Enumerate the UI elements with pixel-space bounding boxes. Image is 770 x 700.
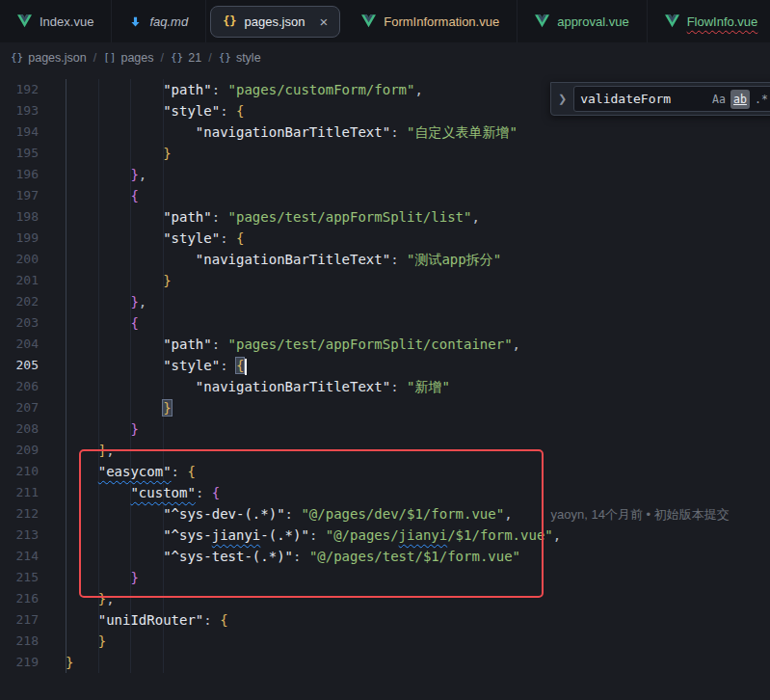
line-content[interactable]: "style": { xyxy=(66,355,770,376)
code-line-203[interactable]: 203 { xyxy=(0,312,770,334)
code-line-208[interactable]: 208 } xyxy=(0,418,770,440)
line-number: 219 xyxy=(0,652,39,673)
code-line-217[interactable]: 217 "uniIdRouter": { xyxy=(0,609,770,631)
tab-pages.json[interactable]: {}pages.json× xyxy=(210,6,340,38)
tab-FlowInfo.vue[interactable]: FlowInfo.vue xyxy=(648,0,770,42)
breadcrumb-separator: / xyxy=(161,51,164,65)
token: "测试app拆分" xyxy=(407,252,501,267)
code-line-194[interactable]: 194 "navigationBarTitleText": "自定义表单新增" xyxy=(0,121,770,143)
token: "@/pages/dev/$1/form.vue" xyxy=(301,506,504,522)
token: "pages/test/appFormSplit/list" xyxy=(228,209,472,225)
code-line-196[interactable]: 196 }, xyxy=(0,164,770,185)
token: /$1/form.vue" xyxy=(447,527,553,543)
toggle-replace-chevron-icon[interactable]: ❯ xyxy=(556,93,569,105)
line-content[interactable]: ], xyxy=(66,440,770,461)
line-number: 200 xyxy=(0,249,39,270)
code-line-202[interactable]: 202 }, xyxy=(0,291,770,312)
line-content[interactable]: }, xyxy=(66,291,770,312)
code-line-198[interactable]: 198 "path": "pages/test/appFormSplit/lis… xyxy=(0,206,770,228)
vscode-window: Index.vuefaq.md{}pages.json×FormInformat… xyxy=(0,0,770,700)
line-content[interactable]: "path": "pages/test/appFormSplit/list", xyxy=(66,206,770,228)
token: : xyxy=(212,82,228,97)
line-content[interactable]: "easycom": { xyxy=(66,461,770,482)
breadcrumb-item-pages.json[interactable]: {}pages.json xyxy=(11,51,87,65)
line-content[interactable]: } xyxy=(66,143,770,164)
code-line-207[interactable]: 207 } xyxy=(0,397,770,418)
token: "pages/test/appFormSplit/container" xyxy=(228,337,513,352)
line-number: 201 xyxy=(0,270,39,291)
line-content[interactable]: } xyxy=(66,270,770,291)
line-content[interactable]: "^sys-dev-(.*)": "@/pages/dev/$1/form.vu… xyxy=(66,503,770,525)
breadcrumb-item-21[interactable]: {}21 xyxy=(171,51,201,65)
line-content[interactable]: "navigationBarTitleText": "自定义表单新增" xyxy=(66,121,770,143)
regex-toggle[interactable]: .* xyxy=(752,90,770,109)
token: "navigationBarTitleText" xyxy=(66,379,390,394)
line-content[interactable]: { xyxy=(66,312,770,334)
tab-faq.md[interactable]: faq.md xyxy=(112,0,206,42)
match-case-toggle[interactable]: Aa xyxy=(709,90,729,109)
token: : xyxy=(196,485,212,500)
code-line-219[interactable]: 219} xyxy=(0,652,770,673)
line-content[interactable]: } xyxy=(66,418,770,440)
code-line-200[interactable]: 200 "navigationBarTitleText": "测试app拆分" xyxy=(0,249,770,270)
line-number: 218 xyxy=(0,631,39,652)
line-content[interactable]: "style": { xyxy=(66,228,770,249)
breadcrumb-item-style[interactable]: {}style xyxy=(219,51,261,65)
token: , xyxy=(414,82,422,97)
line-content[interactable]: } xyxy=(66,567,770,588)
code-line-204[interactable]: 204 "path": "pages/test/appFormSplit/con… xyxy=(0,334,770,355)
code-line-216[interactable]: 216 }, xyxy=(0,588,770,609)
line-content[interactable]: }, xyxy=(66,588,770,609)
line-content[interactable]: }, xyxy=(66,164,770,185)
code-line-218[interactable]: 218 } xyxy=(0,631,770,652)
line-content[interactable]: "^sys-jianyi-(.*)": "@/pages/jianyi/$1/f… xyxy=(66,525,770,546)
tab-approval.vue[interactable]: approval.vue xyxy=(518,0,647,42)
code-line-210[interactable]: 210 "easycom": { xyxy=(0,461,770,482)
token: : xyxy=(220,103,236,119)
code-line-213[interactable]: 213 "^sys-jianyi-(.*)": "@/pages/jianyi/… xyxy=(0,525,770,546)
token: } xyxy=(66,421,139,437)
line-content[interactable]: } xyxy=(66,631,770,652)
line-content[interactable]: "^sys-test-(.*)": "@/pages/test/$1/form.… xyxy=(66,546,770,567)
code-line-206[interactable]: 206 "navigationBarTitleText": "新增" xyxy=(0,376,770,397)
line-content[interactable]: { xyxy=(66,185,770,206)
token: "^sys-dev-(.*)" xyxy=(66,506,285,522)
whole-word-toggle[interactable]: ab xyxy=(730,90,750,109)
line-content[interactable]: "uniIdRouter": { xyxy=(66,609,770,631)
line-content[interactable]: } xyxy=(66,652,770,673)
find-input[interactable]: validateForm Aaab.* xyxy=(573,86,770,112)
code-line-201[interactable]: 201 } xyxy=(0,270,770,291)
line-content[interactable]: "navigationBarTitleText": "新增" xyxy=(66,376,770,397)
token: "path" xyxy=(66,337,212,352)
tab-label: approval.vue xyxy=(557,14,628,29)
symbol-icon: [] xyxy=(103,51,116,64)
code-line-212[interactable]: 212 "^sys-dev-(.*)": "@/pages/dev/$1/for… xyxy=(0,503,770,525)
code-line-199[interactable]: 199 "style": { xyxy=(0,228,770,249)
vue-file-icon xyxy=(17,14,32,28)
token: , xyxy=(471,209,479,225)
code-line-195[interactable]: 195 } xyxy=(0,143,770,164)
line-content[interactable]: "navigationBarTitleText": "测试app拆分" xyxy=(66,249,770,270)
token: : xyxy=(390,379,407,394)
close-icon[interactable]: × xyxy=(319,14,328,29)
code-line-205[interactable]: 205 "style": { xyxy=(0,355,770,376)
line-content[interactable]: "custom": { xyxy=(66,482,770,503)
line-number: 204 xyxy=(0,334,39,355)
token: "style" xyxy=(66,358,220,373)
token: } xyxy=(66,570,139,585)
breadcrumb: {}pages.json/[]pages/{}21/{}style xyxy=(0,42,770,72)
line-content[interactable]: "path": "pages/test/appFormSplit/contain… xyxy=(66,334,770,355)
line-content[interactable]: } xyxy=(66,397,770,418)
code-line-214[interactable]: 214 "^sys-test-(.*)": "@/pages/test/$1/f… xyxy=(0,546,770,567)
breadcrumb-label: pages xyxy=(120,51,153,65)
code-line-197[interactable]: 197 { xyxy=(0,185,770,206)
breadcrumb-label: 21 xyxy=(188,51,201,65)
code-line-211[interactable]: 211 "custom": { xyxy=(0,482,770,503)
code-line-215[interactable]: 215 } xyxy=(0,567,770,588)
code-line-209[interactable]: 209 ], xyxy=(0,440,770,461)
tab-Index.vue[interactable]: Index.vue xyxy=(0,0,112,42)
tab-FormInformation.vue[interactable]: FormInformation.vue xyxy=(344,0,518,42)
breadcrumb-item-pages[interactable]: []pages xyxy=(103,51,153,65)
editor[interactable]: 192 "path": "pages/customForm/form",193 … xyxy=(0,72,770,700)
line-number: 193 xyxy=(0,100,39,121)
